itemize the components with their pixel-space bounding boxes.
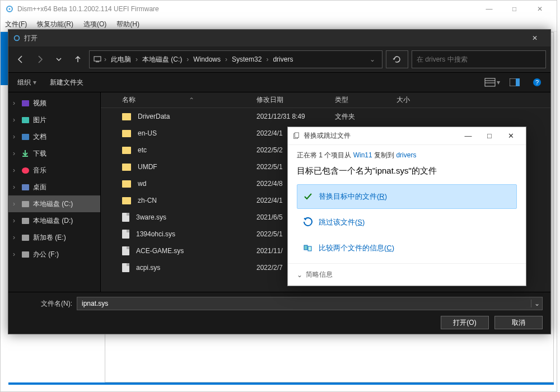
conflict-title: 替换或跳过文件 — [304, 131, 351, 141]
file-list-header: 名称⌃ 修改日期 类型 大小 — [101, 92, 550, 108]
sidebar-item-drive-e[interactable]: ›新加卷 (E:) — [8, 229, 100, 246]
menu-options[interactable]: 选项(O) — [83, 20, 106, 29]
folder-icon — [122, 130, 131, 137]
svg-rect-4 — [96, 62, 99, 62]
svg-rect-13 — [295, 132, 298, 137]
preview-pane-button[interactable] — [507, 74, 522, 90]
sidebar-item-drive-d[interactable]: ›本地磁盘 (D:) — [8, 212, 100, 229]
svg-rect-5 — [485, 78, 495, 86]
compare-icon — [303, 243, 313, 253]
open-dialog-icon — [13, 34, 21, 42]
filename-field[interactable]: ⌄ — [77, 297, 543, 310]
copy-icon — [292, 132, 300, 140]
file-row[interactable]: DriverData2021/12/31 8:49文件夹 — [101, 108, 550, 125]
bc-windows[interactable]: Windows — [191, 54, 223, 64]
svg-point-2 — [15, 36, 20, 41]
search-box[interactable] — [412, 50, 546, 68]
new-folder-button[interactable]: 新建文件夹 — [46, 76, 87, 90]
svg-rect-9 — [516, 78, 520, 86]
menu-recover[interactable]: 恢复功能(R) — [37, 20, 73, 29]
bc-drive-c[interactable]: 本地磁盘 (C:) — [140, 54, 184, 66]
sidebar-item-drive-c[interactable]: ›本地磁盘 (C:) — [8, 195, 100, 212]
option-replace[interactable]: 替换目标中的文件(R) — [297, 184, 517, 209]
bc-drivers[interactable]: drivers — [270, 54, 295, 64]
filename-dropdown-button[interactable]: ⌄ — [531, 300, 542, 307]
svg-rect-15 — [308, 246, 311, 251]
maximize-button[interactable]: □ — [502, 1, 527, 17]
nav-back-button[interactable] — [13, 52, 29, 67]
bc-this-pc[interactable]: 此电脑 — [109, 54, 133, 66]
filename-input[interactable] — [77, 300, 531, 307]
refresh-button[interactable] — [386, 50, 408, 68]
col-type[interactable]: 类型 — [329, 95, 391, 105]
file-icon — [122, 230, 129, 239]
organize-menu[interactable]: 组织▾ — [14, 76, 40, 90]
sidebar-item-pictures[interactable]: ›图片 — [8, 111, 100, 128]
conflict-maximize-button[interactable]: □ — [479, 128, 500, 144]
file-icon — [122, 246, 129, 255]
app-titlebar: Dism++x64 Beta 10.1.2002.114 UEFI Firmwa… — [1, 1, 557, 17]
conflict-minimize-button[interactable]: ― — [458, 128, 479, 144]
nav-recent-button[interactable] — [51, 52, 67, 67]
app-accent-bottom — [8, 382, 554, 385]
folder-icon — [122, 197, 131, 204]
open-dialog-close-button[interactable]: ✕ — [524, 30, 546, 46]
close-button[interactable]: ✕ — [527, 1, 552, 17]
sidebar-item-desktop[interactable]: ›桌面 — [8, 179, 100, 195]
app-accent-left — [1, 32, 8, 85]
conflict-description: 正在将 1 个项目从 Win11 复制到 drivers — [297, 151, 517, 160]
sidebar-item-drive-f[interactable]: ›办公 (F:) — [8, 246, 100, 263]
search-input[interactable] — [417, 55, 541, 63]
sidebar-item-music[interactable]: ›音乐 — [8, 162, 100, 179]
folder-icon — [122, 147, 131, 154]
conflict-source-link[interactable]: Win11 — [353, 151, 372, 159]
address-dropdown-button[interactable]: ⌄ — [366, 55, 379, 63]
menu-file[interactable]: 文件(F) — [5, 20, 27, 29]
view-mode-button[interactable]: ▾ — [484, 74, 500, 90]
sidebar: ›视频 ›图片 ›文档 ›下载 ›音乐 ›桌面 ›本地磁盘 (C:) ›本地磁盘… — [8, 92, 101, 292]
sidebar-item-downloads[interactable]: ›下载 — [8, 145, 100, 162]
conflict-message: 目标已包含一个名为"ipnat.sys"的文件 — [297, 166, 517, 176]
col-date[interactable]: 修改日期 — [251, 95, 329, 105]
conflict-footer[interactable]: ⌄ 简略信息 — [288, 263, 526, 286]
option-skip[interactable]: 跳过该文件(S) — [297, 210, 517, 235]
check-icon — [303, 192, 313, 202]
file-icon — [122, 263, 129, 272]
nav-up-button[interactable] — [70, 52, 86, 67]
chevron-right-icon: › — [104, 55, 106, 63]
folder-icon — [122, 164, 131, 171]
nav-row: › 此电脑› 本地磁盘 (C:)› Windows› System32› dri… — [8, 46, 550, 72]
app-icon — [5, 4, 14, 13]
bc-system32[interactable]: System32 — [230, 54, 264, 64]
chevron-down-icon: ⌄ — [297, 271, 302, 279]
svg-rect-3 — [94, 57, 101, 61]
sidebar-item-videos[interactable]: ›视频 — [8, 95, 100, 111]
pc-icon — [93, 55, 102, 64]
col-size[interactable]: 大小 — [391, 95, 550, 105]
toolbar: 组织▾ 新建文件夹 ▾ ? — [8, 72, 550, 92]
address-breadcrumb[interactable]: › 此电脑› 本地磁盘 (C:)› Windows› System32› dri… — [89, 50, 382, 68]
folder-icon — [122, 113, 131, 120]
conflict-titlebar: 替换或跳过文件 ― □ ✕ — [288, 127, 526, 145]
cancel-button[interactable]: 取消 — [494, 316, 543, 329]
menu-help[interactable]: 帮助(H) — [116, 20, 139, 29]
option-compare[interactable]: 比较两个文件的信息(C) — [297, 236, 517, 260]
file-conflict-dialog: 替换或跳过文件 ― □ ✕ 正在将 1 个项目从 Win11 复制到 drive… — [287, 127, 526, 286]
help-button[interactable]: ? — [529, 74, 545, 90]
open-button[interactable]: 打开(O) — [441, 316, 489, 329]
svg-rect-14 — [304, 245, 307, 250]
conflict-dest-link[interactable]: drivers — [396, 151, 416, 159]
open-dialog-bottom: 文件名(N): ⌄ 打开(O) 取消 — [8, 292, 550, 334]
open-dialog-titlebar: 打开 ✕ — [8, 30, 550, 46]
nav-forward-button[interactable] — [32, 52, 48, 67]
conflict-close-button[interactable]: ✕ — [500, 128, 521, 144]
skip-icon — [303, 217, 313, 227]
svg-point-1 — [9, 8, 11, 10]
filename-label: 文件名(N): — [16, 299, 72, 309]
open-dialog-title: 打开 — [24, 34, 38, 43]
sidebar-item-documents[interactable]: ›文档 — [8, 128, 100, 145]
col-name[interactable]: 名称⌃ — [116, 95, 251, 105]
file-icon — [122, 213, 129, 222]
minimize-button[interactable]: ― — [477, 1, 502, 17]
app-title: Dism++x64 Beta 10.1.2002.114 UEFI Firmwa… — [17, 5, 159, 13]
